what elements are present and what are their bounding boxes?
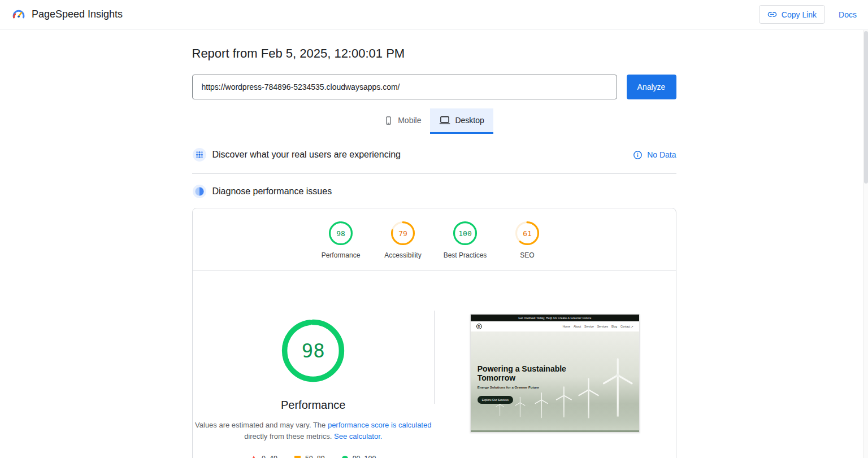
preview-nav-item: Home (563, 325, 570, 328)
copy-link-label: Copy Link (782, 10, 817, 19)
score-value: 98 (328, 221, 353, 246)
field-data-section: Discover what your real users are experi… (192, 147, 676, 162)
preview-navbar: D Home About Service Services Blog Conta… (471, 321, 639, 331)
score-gauge-seo[interactable]: 61 SEO (501, 221, 553, 259)
preview-nav-item: Service (584, 325, 594, 328)
score-value: 100 (453, 221, 478, 246)
score-calculation-link[interactable]: performance score is calculated (328, 421, 432, 429)
legend-fail: 0–49 (250, 455, 277, 458)
legend-pass: 90–100 (342, 455, 376, 458)
url-search-row: Analyze (192, 75, 676, 99)
legend-average: 50–89 (294, 455, 325, 458)
site-preview-column: Get Involved Today, Help Us Create A Gre… (434, 271, 676, 458)
real-users-icon (192, 147, 207, 162)
report-heading: Report from Feb 5, 2025, 12:00:01 PM (192, 46, 676, 61)
header-brand: PageSpeed Insights (11, 7, 123, 22)
diagnose-icon (192, 184, 207, 199)
score-value: 79 (390, 221, 415, 246)
info-icon (633, 150, 643, 160)
preview-hero-heading: Powering a Sustainable Tomorrow (478, 364, 574, 382)
legend-range: 50–89 (305, 455, 325, 458)
performance-gauge: 98 (281, 319, 345, 383)
link-icon (767, 10, 777, 19)
fail-triangle-icon (250, 456, 257, 458)
app-title[interactable]: PageSpeed Insights (32, 8, 123, 20)
pass-circle-icon (342, 456, 348, 458)
preview-nav-item: Blog (611, 325, 617, 328)
docs-link[interactable]: Docs (839, 10, 857, 19)
legend-range: 0–49 (262, 455, 277, 458)
performance-score-value: 98 (281, 319, 345, 383)
section-divider (192, 173, 676, 174)
score-gauge-performance[interactable]: 98 Performance (315, 221, 367, 259)
score-value: 61 (515, 221, 540, 246)
tab-mobile-label: Mobile (398, 116, 421, 125)
app-header: PageSpeed Insights Copy Link Docs (0, 0, 868, 29)
preview-hero: Powering a Sustainable Tomorrow Energy S… (471, 331, 639, 432)
performance-summary: 98 Performance Values are estimated and … (193, 271, 676, 458)
vertical-divider (434, 311, 435, 404)
preview-nav-item: Services (597, 325, 608, 328)
score-gauge-accessibility[interactable]: 79 Accessibility (377, 221, 429, 259)
device-tabs: Mobile Desktop (192, 108, 676, 134)
score-label: Performance (315, 251, 367, 259)
url-input[interactable] (192, 75, 617, 99)
preview-site-logo: D (476, 324, 482, 329)
score-label: Best Practices (439, 251, 491, 259)
score-label: Accessibility (377, 251, 429, 259)
note-text: Values are estimated and may vary. The (195, 421, 328, 429)
preview-nav-links: Home About Service Services Blog Contact… (563, 325, 633, 328)
lab-data-section: Diagnose performance issues (192, 184, 676, 199)
main-content: Report from Feb 5, 2025, 12:00:01 PM Ana… (192, 29, 676, 458)
tab-desktop[interactable]: Desktop (430, 108, 493, 132)
lab-data-title: Diagnose performance issues (212, 186, 332, 197)
score-legend: 0–49 50–89 90–100 (250, 455, 376, 458)
scrollbar[interactable] (863, 30, 868, 458)
preview-nav-item: About (574, 325, 581, 328)
performance-note: Values are estimated and may vary. The p… (194, 420, 432, 442)
no-data-button[interactable]: No Data (633, 150, 676, 160)
tab-desktop-label: Desktop (455, 116, 484, 125)
see-calculator-link[interactable]: See calculator. (334, 432, 382, 440)
performance-title: Performance (281, 399, 346, 412)
desktop-laptop-icon (439, 115, 450, 126)
mobile-phone-icon (384, 116, 393, 125)
average-square-icon (294, 456, 301, 458)
preview-cta-button: Explore Our Services (478, 396, 513, 404)
preview-hero-subheading: Energy Solutions for a Greener Future (478, 386, 539, 389)
category-scores: 98 Performance 79 Accessibility (193, 221, 676, 259)
site-screenshot-thumbnail[interactable]: Get Involved Today, Help Us Create A Gre… (470, 314, 640, 433)
scrollbar-thumb[interactable] (864, 31, 868, 184)
pagespeed-logo-icon[interactable] (11, 7, 26, 22)
preview-nav-item: Contact ↗ (620, 325, 633, 328)
note-text: directly from these metrics. (244, 432, 334, 440)
no-data-label: No Data (647, 150, 676, 159)
copy-link-button[interactable]: Copy Link (759, 5, 825, 24)
header-actions: Copy Link Docs (759, 5, 857, 24)
field-data-title: Discover what your real users are experi… (212, 150, 401, 160)
preview-top-banner: Get Involved Today, Help Us Create A Gre… (471, 315, 639, 321)
legend-range: 90–100 (353, 455, 376, 458)
performance-gauge-column: 98 Performance Values are estimated and … (193, 271, 435, 458)
tab-mobile[interactable]: Mobile (375, 108, 430, 132)
score-label: SEO (501, 251, 553, 259)
analyze-button[interactable]: Analyze (627, 75, 676, 99)
report-card: 98 Performance 79 Accessibility (192, 208, 676, 458)
score-gauge-best-practices[interactable]: 100 Best Practices (439, 221, 491, 259)
